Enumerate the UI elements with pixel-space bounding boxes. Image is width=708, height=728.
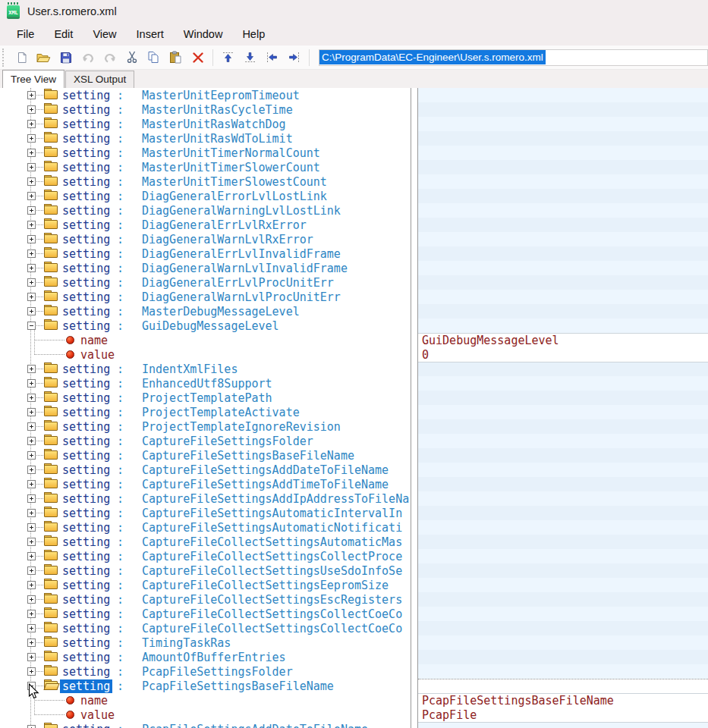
expand-toggle[interactable] [27,163,36,171]
detail-panel[interactable]: GuiDebugMessageLevel0PcapFileSettingsBas… [418,88,708,728]
tree-row-setting[interactable]: setting:MasterUnitRasWdToLimit [0,131,411,146]
expand-toggle[interactable] [27,177,36,186]
element-tag-label[interactable]: setting [62,665,110,679]
tree-row-setting[interactable]: setting:CaptureFileSettingsAutomaticNoti… [0,520,411,535]
tree-row-setting[interactable]: setting:AmountOfBufferEntries [0,650,411,664]
expand-toggle[interactable] [27,192,36,200]
element-tag-label[interactable]: setting [62,579,110,592]
tree-row-setting[interactable]: setting:PcapFileSettingsAddDateToFileNam… [0,722,411,728]
element-tag-label[interactable]: setting [62,636,110,650]
expand-toggle[interactable] [27,509,36,517]
element-tag-label[interactable]: setting [62,118,110,131]
element-tag-label[interactable]: setting [62,607,110,621]
tree-row-setting[interactable]: setting:MasterUnitRasWatchDog [0,117,411,131]
tree-row-attribute[interactable]: name [0,333,411,347]
expand-toggle[interactable] [27,221,36,229]
panel-splitter[interactable] [411,88,418,728]
element-tag-label[interactable]: setting [62,564,110,578]
expand-toggle[interactable] [27,552,36,560]
expand-toggle[interactable] [27,206,36,215]
element-tag-label[interactable]: setting [60,679,112,693]
expand-toggle[interactable] [27,653,36,661]
tree-row-setting[interactable]: setting:DiagGeneralWarnLvlProcUnitErr [0,290,411,304]
element-tag-label[interactable]: setting [62,651,110,664]
new-file-button[interactable] [12,48,32,67]
expand-toggle[interactable] [27,523,36,532]
expand-toggle[interactable] [27,408,36,416]
expand-toggle[interactable] [27,667,36,676]
tree-row-setting[interactable]: setting:DiagGeneralErrLvlInvalidFrame [0,246,411,261]
element-tag-label[interactable]: setting [62,175,110,189]
tree-row-setting[interactable]: setting:DiagGeneralWarningLvlLostLink [0,203,411,218]
expand-toggle[interactable] [27,379,36,388]
element-tag-label[interactable]: setting [62,305,110,318]
tree-row-setting[interactable]: setting:MasterUnitTimerSlowerCount [0,160,411,174]
tree-row-setting[interactable]: setting:ProjectTemplatePath [0,391,411,405]
element-tag-label[interactable]: setting [62,593,110,607]
element-tag-label[interactable]: setting [62,204,110,218]
expand-toggle[interactable] [27,307,36,315]
attribute-label[interactable]: value [80,708,115,722]
tab-tree-view[interactable]: Tree View [2,70,65,88]
expand-toggle[interactable] [27,725,36,728]
xml-tree-panel[interactable]: setting:MasterUnitEepromTimeoutsetting:M… [0,88,411,728]
selected-node-cell[interactable] [418,679,708,694]
redo-button[interactable] [100,48,120,67]
element-tag-label[interactable]: setting [62,161,110,174]
tree-row-setting[interactable]: setting:DiagGeneralErrorLvlLostLink [0,189,411,203]
detail-value-text[interactable]: PcapFileSettingsBaseFileName [418,694,708,708]
expand-toggle[interactable] [27,278,36,287]
tree-row-setting[interactable]: setting:CaptureFileCollectSettingsAutoma… [0,535,411,549]
tree-row-setting[interactable]: setting:CaptureFileCollectSettingsCollec… [0,621,411,635]
menu-window[interactable]: Window [174,25,233,43]
element-tag-label[interactable]: setting [62,723,110,728]
expand-toggle[interactable] [27,235,36,243]
expand-toggle[interactable] [27,293,36,301]
expand-toggle[interactable] [27,451,36,460]
tree-row-setting[interactable]: setting:CaptureFileSettingsAddDateToFile… [0,463,411,477]
tree-row-setting[interactable]: setting:TimingTaskRas [0,635,411,650]
expand-toggle[interactable] [27,120,36,128]
tree-row-setting[interactable]: setting:CaptureFileCollectSettingsCollec… [0,549,411,563]
element-tag-label[interactable]: setting [62,377,110,391]
element-tag-label[interactable]: setting [62,435,110,448]
tree-row-setting[interactable]: setting:CaptureFileCollectSettingsEscReg… [0,592,411,607]
expand-toggle[interactable] [27,480,36,488]
tab-xsl-output[interactable]: XSL Output [65,71,134,88]
expand-down-button[interactable] [241,48,260,67]
toolbar-grip[interactable] [2,49,8,67]
element-tag-label[interactable]: setting [62,262,110,275]
element-tag-label[interactable]: setting [62,406,110,419]
expand-right-button[interactable] [285,48,304,67]
expand-left-button[interactable] [263,48,282,67]
element-tag-label[interactable]: setting [62,449,110,463]
tree-row-setting[interactable]: setting:ProjectTemplateActivate [0,405,411,419]
undo-button[interactable] [78,48,98,67]
menu-insert[interactable]: Insert [127,25,174,43]
element-tag-label[interactable]: setting [62,89,110,102]
element-tag-label[interactable]: setting [62,521,110,535]
tree-row-setting[interactable]: setting:CaptureFileSettingsAutomaticInte… [0,506,411,520]
attribute-label[interactable]: name [80,334,108,347]
tree-row-setting[interactable]: setting:MasterUnitRasCycleTime [0,102,411,117]
expand-up-button[interactable] [219,48,238,67]
address-input[interactable]: C:\ProgramData\EC-Engineer\User.s.romero… [319,49,708,66]
menu-help[interactable]: Help [232,25,275,43]
expand-toggle[interactable] [27,466,36,474]
element-tag-label[interactable]: setting [62,463,110,477]
element-tag-label[interactable]: setting [62,362,110,376]
expand-toggle[interactable] [27,494,36,503]
tree-row-setting[interactable]: setting:DiagGeneralErrLvlProcUnitErr [0,275,411,290]
expand-toggle[interactable] [27,595,36,604]
element-tag-label[interactable]: setting [62,233,110,246]
tree-row-setting[interactable]: setting:CaptureFileSettingsBaseFileName [0,448,411,463]
copy-button[interactable] [144,48,164,67]
menu-edit[interactable]: Edit [44,25,83,43]
tree-row-setting[interactable]: setting:EnhancedUtf8Support [0,376,411,391]
tree-row-setting[interactable]: setting:CaptureFileCollectSettingsCollec… [0,607,411,621]
paste-button[interactable] [166,48,186,67]
expand-toggle[interactable] [27,639,36,647]
element-tag-label[interactable]: setting [62,391,110,405]
tree-row-setting[interactable]: setting:ProjectTemplateIgnoreRevision [0,419,411,434]
tree-row-setting[interactable]: setting:MasterUnitEepromTimeout [0,88,411,102]
